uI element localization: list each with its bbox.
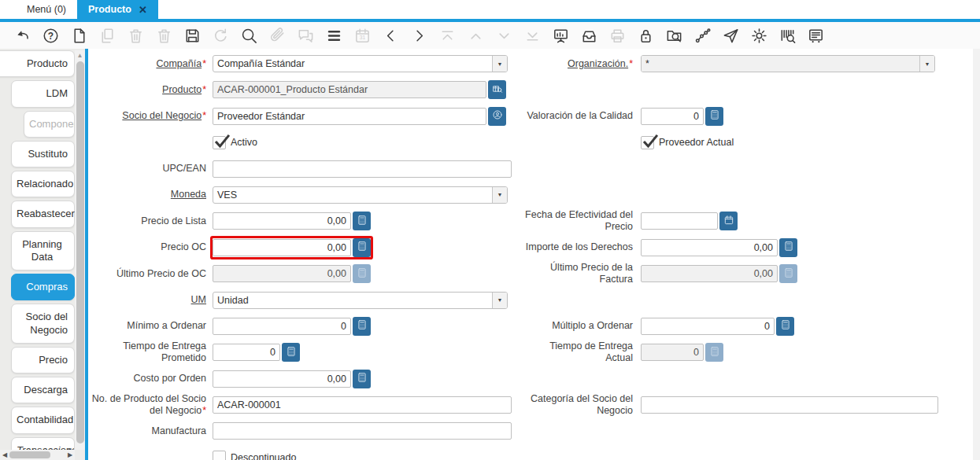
descontinuado-checkbox[interactable] — [213, 451, 226, 460]
calculator-button[interactable] — [282, 343, 300, 362]
organizacion-value: * — [642, 56, 919, 72]
undo-icon[interactable] — [8, 24, 36, 47]
categoria-socio-field[interactable] — [641, 396, 938, 414]
fecha-efectividad-field[interactable] — [641, 212, 718, 230]
product-search-icon — [492, 83, 503, 97]
calculator-icon — [286, 346, 297, 359]
delete-selection-icon — [150, 24, 178, 47]
previous-record-icon[interactable] — [376, 24, 405, 47]
horizontal-scroll-thumb[interactable] — [9, 451, 50, 458]
grid-toggle-icon[interactable] — [320, 24, 348, 47]
calendar-button[interactable] — [719, 212, 738, 230]
sidebar-tab-precio[interactable]: Precio — [11, 347, 75, 374]
sidebar-tab-compras[interactable]: Compras — [11, 274, 75, 300]
save-icon[interactable] — [178, 24, 206, 47]
tiempo-entrega-prometido-field[interactable] — [213, 344, 280, 361]
minimo-ordenar-field[interactable] — [213, 318, 351, 335]
label-moneda[interactable]: Moneda — [90, 189, 206, 201]
calculator-button — [779, 264, 797, 283]
business-partner-button[interactable] — [488, 107, 506, 126]
upc-ean-field[interactable] — [213, 160, 512, 178]
chevron-down-icon[interactable]: ▼ — [492, 187, 507, 203]
tab-producto[interactable]: Producto ✕ — [77, 0, 158, 19]
requests-icon[interactable] — [716, 24, 745, 47]
copy-record-icon — [93, 24, 121, 47]
product-search-button[interactable] — [488, 80, 506, 99]
next-record-icon[interactable] — [405, 24, 433, 47]
no-producto-socio-field[interactable] — [213, 396, 512, 414]
calculator-button[interactable] — [353, 238, 371, 257]
sidebar-tab-descarga[interactable]: Descarga — [11, 377, 75, 403]
compania-select[interactable]: Compañía Estándar ▼ — [213, 55, 508, 72]
window-tab-bar: Menú (0) Producto ✕ — [0, 0, 980, 19]
calculator-icon — [357, 267, 368, 281]
scroll-right-arrow-icon[interactable]: ▶ — [65, 451, 75, 458]
tab-menu[interactable]: Menú (0) — [16, 0, 77, 19]
zoom-across-icon[interactable] — [660, 24, 688, 47]
multiplo-ordenar-field[interactable] — [641, 318, 775, 335]
sidebar-tab-planning-data[interactable]: Planning Data — [11, 231, 75, 271]
sidebar-tab-sustituto[interactable]: Sustituto — [11, 141, 75, 167]
help-icon[interactable]: ? — [36, 24, 65, 47]
lock-icon[interactable] — [631, 24, 660, 47]
workflow-icon[interactable] — [688, 24, 716, 47]
valoracion-calidad-field[interactable] — [641, 108, 704, 125]
content-right-scrollbar-track[interactable] — [973, 49, 980, 460]
scroll-left-arrow-icon[interactable]: ◀ — [0, 451, 9, 458]
label-organizacion[interactable]: Organización.* — [524, 58, 633, 70]
activo-checkbox[interactable] — [213, 136, 226, 149]
socio-del-negocio-field[interactable] — [213, 108, 486, 125]
sidebar-tab-producto[interactable]: Producto — [0, 50, 75, 77]
calculator-button[interactable] — [353, 212, 371, 230]
sidebar-tab-relacionado[interactable]: Relacionado — [11, 171, 75, 197]
calculator-icon — [780, 319, 791, 333]
sidebar-vertical-scrollbar[interactable]: ▲ — [75, 50, 85, 450]
calculator-icon — [357, 372, 368, 385]
precio-oc-field[interactable] — [213, 239, 351, 256]
chevron-down-icon[interactable]: ▼ — [492, 56, 507, 72]
importe-derechos-field[interactable] — [641, 239, 778, 256]
sidebar: ProductoLDMComponentesSustitutoRelaciona… — [0, 49, 85, 460]
sidebar-tab-transacciones[interactable]: Transacciones▾ — [11, 437, 75, 451]
sidebar-horizontal-scrollbar[interactable]: ◀ ▶ — [0, 450, 75, 460]
calculator-button[interactable] — [779, 238, 797, 257]
archive-icon[interactable] — [575, 24, 603, 47]
scroll-up-arrow-icon[interactable]: ▲ — [75, 50, 85, 61]
label-compania[interactable]: Compañía* — [90, 58, 206, 70]
label-producto[interactable]: Producto* — [90, 84, 206, 96]
label-upc-ean: UPC/EAN — [90, 163, 206, 175]
proveedor-actual-checkbox[interactable] — [641, 136, 654, 149]
calculator-button[interactable] — [353, 370, 371, 388]
refresh-icon — [206, 24, 235, 47]
um-select[interactable]: Unidad ▼ — [213, 292, 508, 309]
preferences-icon[interactable] — [745, 24, 773, 47]
find-icon[interactable] — [235, 24, 263, 47]
calculator-button[interactable] — [705, 107, 723, 126]
manufactura-field[interactable] — [213, 422, 512, 440]
moneda-select[interactable]: VES ▼ — [213, 186, 508, 204]
precio-lista-field[interactable] — [213, 212, 351, 230]
label-um[interactable]: UM — [90, 294, 206, 306]
close-tab-icon[interactable]: ✕ — [139, 5, 147, 15]
sidebar-tab-reabastecer[interactable]: Reabastecer — [11, 201, 75, 227]
costo-orden-field[interactable] — [213, 370, 351, 388]
producto-field[interactable] — [213, 81, 486, 98]
chevron-down-icon[interactable]: ▼ — [492, 293, 507, 308]
label-valoracion-calidad: Valoración de la Calidad — [524, 110, 633, 122]
sidebar-tab-contabilidad[interactable]: Contabilidad — [11, 407, 75, 433]
label-socio-del-negocio[interactable]: Socio del Negocio* — [90, 110, 206, 122]
calculator-icon — [709, 346, 720, 359]
sidebar-tab-ldm[interactable]: LDM — [11, 80, 75, 107]
label-tiempo-entrega-prometido: Tiempo de Entrega Prometido — [90, 340, 206, 364]
product-info-icon[interactable] — [773, 24, 801, 47]
calculator-button[interactable] — [776, 317, 794, 336]
organizacion-select[interactable]: * ▼ — [641, 55, 935, 72]
chevron-down-icon[interactable]: ▼ — [919, 56, 934, 72]
calculator-button[interactable] — [353, 317, 371, 336]
memo-icon[interactable] — [801, 24, 830, 47]
report-icon[interactable] — [546, 24, 575, 47]
vertical-scroll-thumb[interactable] — [76, 61, 84, 443]
new-record-icon[interactable] — [65, 24, 93, 47]
sidebar-tab-socio-del-negocio[interactable]: Socio del Negocio — [11, 304, 75, 344]
calculator-icon — [357, 215, 368, 228]
